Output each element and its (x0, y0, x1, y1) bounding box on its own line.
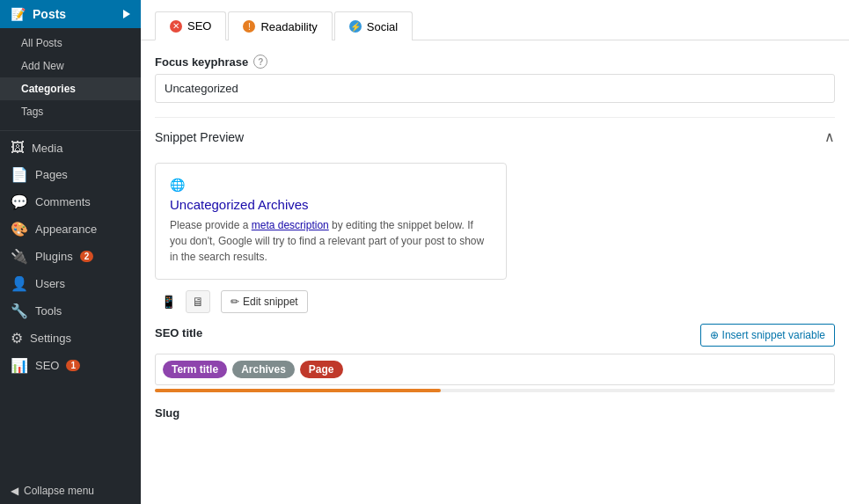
edit-snippet-icon: ✏ (231, 296, 239, 308)
readability-tab-dot: ! (243, 20, 255, 33)
help-icon[interactable]: ? (253, 55, 267, 69)
mobile-device-btn[interactable]: 📱 (155, 290, 182, 313)
appearance-label: Appearance (35, 223, 97, 236)
sidebar-item-add-new[interactable]: Add New (0, 55, 141, 77)
sidebar-item-appearance[interactable]: 🎨 Appearance (0, 215, 141, 243)
device-toggle-row: 📱 🖥 ✏ Edit snippet (155, 290, 835, 313)
sidebar: 📝 Posts All Posts Add New Categories Tag… (0, 0, 141, 504)
snippet-description: Please provide a meta description by edi… (170, 217, 492, 265)
collapse-menu-button[interactable]: ◀ Collapse menu (0, 478, 141, 504)
insert-snippet-variable-btn[interactable]: ⊕ Insert snippet variable (700, 324, 835, 347)
edit-snippet-label: Edit snippet (243, 296, 298, 308)
appearance-icon: 🎨 (11, 221, 28, 237)
snippet-preview-title: Snippet Preview (155, 130, 244, 144)
tab-seo-label: SEO (187, 19, 211, 33)
tab-readability-label: Readability (260, 20, 317, 33)
seo-title-row: SEO title ⊕ Insert snippet variable (155, 324, 835, 347)
sidebar-item-pages[interactable]: 📄 Pages (0, 161, 141, 188)
collapse-menu-label: Collapse menu (24, 485, 94, 497)
tools-icon: 🔧 (11, 303, 28, 319)
social-tab-dot: ⚡ (349, 20, 362, 33)
insert-variable-label: Insert snippet variable (722, 329, 825, 341)
token-term-title: Term title (163, 361, 227, 378)
desktop-device-btn[interactable]: 🖥 (186, 290, 210, 313)
sidebar-item-all-posts[interactable]: All Posts (0, 32, 141, 55)
pages-icon: 📄 (11, 166, 28, 183)
focus-keyphrase-input[interactable] (155, 74, 835, 103)
pages-label: Pages (35, 168, 68, 181)
seo-title-token-row[interactable]: Term title Archives Page (155, 354, 835, 385)
snippet-preview-collapse-btn[interactable]: ∧ (824, 128, 835, 145)
snippet-preview-section: Snippet Preview ∧ (155, 117, 835, 152)
focus-keyphrase-text: Focus keyphrase (155, 55, 248, 69)
media-icon: 🖼 (11, 140, 25, 156)
seo-icon: 📊 (11, 357, 28, 374)
focus-keyphrase-label: Focus keyphrase ? (155, 55, 835, 69)
seo-tab-dot: ✕ (170, 20, 182, 33)
seo-badge: 1 (66, 360, 80, 371)
token-page: Page (300, 361, 343, 378)
plugins-icon: 🔌 (11, 248, 28, 265)
main-content: ✕ SEO ! Readability ⚡ Social Focus keyph… (141, 0, 849, 504)
sidebar-item-comments[interactable]: 💬 Comments (0, 188, 141, 215)
sidebar-arrow-icon (123, 10, 130, 18)
comments-label: Comments (35, 195, 91, 208)
tags-label: Tags (21, 106, 43, 118)
sidebar-header-title: Posts (33, 7, 66, 21)
users-label: Users (35, 277, 65, 290)
posts-icon: 📝 (11, 7, 26, 21)
seo-title-progress-bar (155, 389, 835, 392)
snippet-title[interactable]: Uncategorized Archives (170, 197, 492, 212)
slug-section: Slug (155, 406, 835, 420)
categories-label: Categories (21, 83, 76, 95)
sidebar-item-plugins[interactable]: 🔌 Plugins 2 (0, 243, 141, 270)
sidebar-item-categories[interactable]: Categories (0, 77, 141, 100)
plugins-badge: 2 (80, 251, 94, 262)
sidebar-item-seo[interactable]: 📊 SEO 1 (0, 352, 141, 379)
users-icon: 👤 (11, 275, 28, 292)
posts-submenu: All Posts Add New Categories Tags (0, 28, 141, 127)
seo-label: SEO (35, 359, 59, 372)
snippet-globe-icon: 🌐 (170, 178, 492, 192)
add-new-label: Add New (21, 60, 64, 72)
tools-label: Tools (35, 304, 62, 318)
all-posts-label: All Posts (21, 37, 62, 49)
sidebar-item-settings[interactable]: ⚙ Settings (0, 325, 141, 352)
seo-title-label: SEO title (155, 326, 202, 340)
token-archives: Archives (232, 361, 295, 378)
settings-icon: ⚙ (11, 330, 23, 347)
sidebar-header[interactable]: 📝 Posts (0, 0, 141, 28)
settings-label: Settings (30, 332, 71, 345)
sidebar-item-media[interactable]: 🖼 Media (0, 135, 141, 161)
content-area: Focus keyphrase ? Snippet Preview ∧ 🌐 Un… (141, 40, 849, 434)
sidebar-divider-1 (0, 130, 141, 131)
slug-label: Slug (155, 406, 179, 420)
plugins-label: Plugins (35, 250, 73, 263)
meta-description-link[interactable]: meta description (252, 219, 329, 231)
tab-social[interactable]: ⚡ Social (334, 11, 413, 40)
tabs-bar: ✕ SEO ! Readability ⚡ Social (141, 0, 849, 40)
tab-seo[interactable]: ✕ SEO (155, 11, 226, 40)
media-label: Media (32, 142, 62, 155)
seo-title-progress-fill (155, 389, 441, 392)
collapse-arrow-icon: ◀ (11, 485, 18, 497)
comments-icon: 💬 (11, 194, 28, 210)
insert-icon: ⊕ (710, 329, 719, 341)
sidebar-item-users[interactable]: 👤 Users (0, 270, 141, 297)
snippet-card: 🌐 Uncategorized Archives Please provide … (155, 163, 507, 280)
tab-social-label: Social (367, 20, 398, 33)
edit-snippet-btn[interactable]: ✏ Edit snippet (221, 290, 308, 313)
sidebar-item-tools[interactable]: 🔧 Tools (0, 297, 141, 325)
sidebar-item-tags[interactable]: Tags (0, 100, 141, 123)
tab-readability[interactable]: ! Readability (228, 11, 332, 40)
